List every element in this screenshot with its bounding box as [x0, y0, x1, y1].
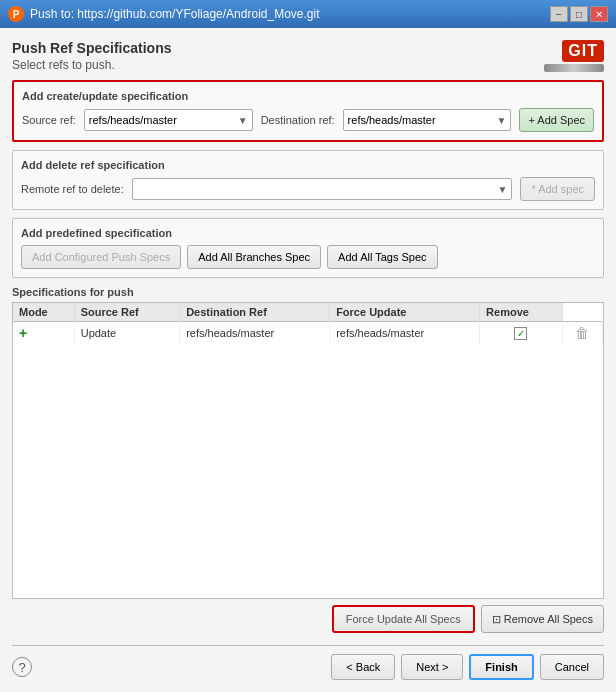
remote-ref-label: Remote ref to delete: — [21, 183, 124, 195]
col-remove: Remove — [480, 303, 563, 322]
source-ref-combo[interactable]: refs/heads/master ▼ — [84, 109, 253, 131]
force-update-all-specs-button[interactable]: Force Update All Specs — [332, 605, 475, 633]
app-icon: P — [8, 6, 24, 22]
next-button[interactable]: Next > — [401, 654, 463, 680]
col-dest-ref: Destination Ref — [180, 303, 330, 322]
dest-ref-label: Destination ref: — [261, 114, 335, 126]
specs-section: Specifications for push Mode Source Ref … — [12, 286, 604, 633]
source-ref-label: Source ref: — [22, 114, 76, 126]
add-all-branches-spec-button[interactable]: Add All Branches Spec — [187, 245, 321, 269]
page-subtitle: Select refs to push. — [12, 58, 171, 72]
col-force-update: Force Update — [330, 303, 480, 322]
navigation-row: ? < Back Next > Finish Cancel — [12, 645, 604, 680]
dest-ref-combo[interactable]: refs/heads/master ▼ — [343, 109, 512, 131]
force-update-checkbox[interactable]: ✓ — [514, 327, 527, 340]
close-button[interactable]: ✕ — [590, 6, 608, 22]
specs-table-wrapper: Mode Source Ref Destination Ref Force Up… — [12, 302, 604, 599]
remove-all-specs-button[interactable]: ⊡ Remove All Specs — [481, 605, 604, 633]
row-source-ref: refs/heads/master — [180, 322, 330, 345]
add-configured-push-specs-button[interactable]: Add Configured Push Specs — [21, 245, 181, 269]
trash-icon[interactable]: 🗑 — [575, 325, 589, 341]
finish-button[interactable]: Finish — [469, 654, 533, 680]
title-bar-text: Push to: https://github.com/YFoliage/And… — [30, 7, 320, 21]
row-mode: Update — [74, 322, 179, 345]
back-button[interactable]: < Back — [331, 654, 395, 680]
maximize-button[interactable]: □ — [570, 6, 588, 22]
cancel-button[interactable]: Cancel — [540, 654, 604, 680]
predefined-section: Add predefined specification Add Configu… — [12, 218, 604, 278]
git-logo-bar — [544, 64, 604, 72]
table-row: + Update refs/heads/master refs/heads/ma… — [13, 322, 603, 345]
minimize-button[interactable]: − — [550, 6, 568, 22]
create-update-section: Add create/update specification Source r… — [12, 80, 604, 142]
row-icon: + — [13, 322, 74, 345]
git-logo: GIT — [562, 40, 604, 62]
row-remove-cell[interactable]: 🗑 — [562, 322, 602, 345]
create-update-label: Add create/update specification — [22, 90, 594, 102]
page-title: Push Ref Specifications — [12, 40, 171, 56]
col-source-ref: Source Ref — [74, 303, 179, 322]
col-mode: Mode — [13, 303, 74, 322]
add-all-tags-spec-button[interactable]: Add All Tags Spec — [327, 245, 437, 269]
add-spec-button[interactable]: + Add Spec — [519, 108, 594, 132]
specs-section-label: Specifications for push — [12, 286, 604, 298]
help-button[interactable]: ? — [12, 657, 32, 677]
add-delete-spec-button[interactable]: * Add spec — [520, 177, 595, 201]
row-dest-ref: refs/heads/master — [330, 322, 480, 345]
title-bar: P Push to: https://github.com/YFoliage/A… — [0, 0, 616, 28]
delete-label: Add delete ref specification — [21, 159, 595, 171]
row-force-update-cell[interactable]: ✓ — [480, 322, 563, 345]
remote-ref-combo[interactable]: ▼ — [132, 178, 513, 200]
delete-section: Add delete ref specification Remote ref … — [12, 150, 604, 210]
predefined-label: Add predefined specification — [21, 227, 595, 239]
